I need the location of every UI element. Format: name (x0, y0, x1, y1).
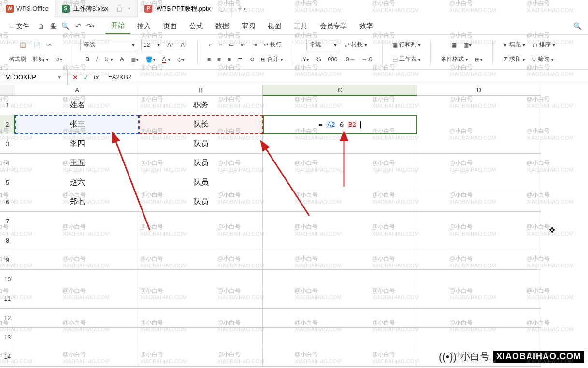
menu-formula[interactable]: 公式 (184, 19, 209, 33)
menu-data[interactable]: 数据 (210, 19, 235, 33)
cell-A14[interactable] (15, 347, 139, 367)
format-table-icon[interactable]: ▦ (449, 41, 459, 49)
cell-B1[interactable]: 职务 (139, 96, 263, 115)
fx-icon[interactable]: fx (94, 74, 99, 81)
row-header-7[interactable]: 7 (0, 212, 15, 231)
cell-D8[interactable] (417, 231, 541, 250)
cond-format-button[interactable]: 条件格式▾ (439, 54, 470, 64)
cell-styles-icon[interactable]: ▥▾ (461, 41, 473, 49)
cell-A8[interactable] (15, 231, 139, 250)
convert-button[interactable]: ⇄ 转换▾ (343, 40, 369, 50)
menu-page[interactable]: 页面 (158, 19, 183, 33)
currency-icon[interactable]: ¥▾ (301, 55, 311, 64)
cell-C7[interactable] (263, 212, 417, 231)
font-size-select[interactable]: 12▾ (141, 39, 162, 51)
cell-B12[interactable] (139, 309, 263, 328)
increase-decimal-icon[interactable]: .0→ (342, 55, 357, 64)
cell-C4[interactable] (263, 154, 417, 173)
font-name-select[interactable]: 等线▾ (80, 39, 138, 51)
row-header-10[interactable]: 10 (0, 270, 15, 289)
cell-C5[interactable] (263, 173, 417, 192)
row-header-4[interactable]: 4 (0, 154, 15, 173)
sum-button[interactable]: Σ 求和▾ (502, 54, 527, 64)
search-icon[interactable]: 🔍 (572, 20, 583, 32)
cell-C6[interactable] (263, 192, 417, 212)
decrease-decimal-icon[interactable]: ←.0 (359, 55, 374, 64)
align-right-icon[interactable]: ≡ (226, 55, 233, 64)
strike-icon[interactable]: A̶ (118, 55, 126, 64)
cell-D11[interactable] (417, 289, 541, 309)
cell-D5[interactable] (417, 173, 541, 192)
highlight-icon[interactable]: ◇▾ (175, 55, 186, 64)
cell-D13[interactable] (417, 328, 541, 347)
new-tab-button[interactable]: +▾ (232, 0, 251, 17)
cell-B5[interactable]: 队员 (139, 173, 263, 192)
row-header-2[interactable]: 2 (0, 115, 15, 134)
italic-icon[interactable]: I (94, 55, 100, 64)
increase-font-icon[interactable]: A⁺ (165, 41, 176, 49)
align-center-icon[interactable]: ≡ (215, 55, 223, 64)
menu-tools[interactable]: 工具 (288, 19, 313, 33)
cell-B2[interactable]: 队长 (139, 115, 263, 134)
wrap-text-button[interactable]: ↵ 换行 (262, 40, 284, 50)
col-header-A[interactable]: A (15, 85, 139, 96)
cell-A2[interactable]: 张三 (15, 115, 139, 134)
cell-A4[interactable]: 王五 (15, 154, 139, 173)
formula-accept-icon[interactable]: ✓ (83, 74, 89, 81)
increase-indent-icon[interactable]: ⇥ (250, 41, 259, 49)
cell-A3[interactable]: 李四 (15, 134, 139, 154)
menu-insert[interactable]: 插入 (131, 19, 157, 33)
font-color-icon[interactable]: A▾ (160, 55, 172, 64)
cell-D7[interactable] (417, 212, 541, 231)
tab-close-icon[interactable]: • (128, 5, 130, 12)
number-format-select[interactable]: 常规▾ (306, 39, 340, 51)
cell-C3[interactable] (263, 134, 417, 154)
cell-B11[interactable] (139, 289, 263, 309)
cell-B10[interactable] (139, 270, 263, 289)
row-header-1[interactable]: 1 (0, 96, 15, 115)
formula-cancel-icon[interactable]: ✕ (72, 74, 78, 81)
select-all-corner[interactable] (0, 85, 15, 96)
filter-button[interactable]: ▽ 筛选▾ (530, 54, 556, 64)
cell-C11[interactable] (263, 289, 417, 309)
align-top-icon[interactable]: ⌐ (207, 41, 214, 49)
copy-icon[interactable]: ⧉▾ (54, 55, 64, 64)
cell-A13[interactable] (15, 328, 139, 347)
paste-button[interactable]: 粘贴▾ (31, 54, 51, 64)
undo-icon[interactable]: ↶ (72, 20, 84, 32)
fill-button[interactable]: ▼ 填充▾ (501, 40, 528, 50)
format-painter-button[interactable]: 格式刷 (7, 54, 28, 64)
cell-C14[interactable] (263, 347, 417, 367)
sort-button[interactable]: ↓↑ 排序▾ (530, 40, 557, 50)
merge-button[interactable]: ⊞ 合并▾ (259, 54, 285, 64)
clipboard-icon[interactable]: 📋 (17, 41, 29, 49)
comma-icon[interactable]: 000 (326, 55, 339, 64)
cell-A12[interactable] (15, 309, 139, 328)
cell-B8[interactable] (139, 231, 263, 250)
align-bottom-icon[interactable]: ⌙ (227, 41, 236, 49)
cell-B4[interactable]: 队员 (139, 154, 263, 173)
fill-color-icon[interactable]: 🪣▾ (143, 55, 158, 64)
name-box[interactable]: VLOOKUP ▾ (0, 70, 68, 85)
preview-icon[interactable]: 🔍 (60, 20, 72, 32)
cell-A11[interactable] (15, 289, 139, 309)
cell-D4[interactable] (417, 154, 541, 173)
document-tab-workbook[interactable]: S 工作簿3.xlsx ▢ • (55, 0, 137, 17)
cell-A10[interactable] (15, 270, 139, 289)
align-middle-icon[interactable]: ≡ (217, 41, 224, 49)
row-header-11[interactable]: 11 (0, 289, 15, 309)
cell-A6[interactable]: 郑七 (15, 192, 139, 212)
row-header-8[interactable]: 8 (0, 231, 15, 250)
row-header-14[interactable]: 14 (0, 347, 15, 367)
cell-A1[interactable]: 姓名 (15, 96, 139, 115)
decrease-font-icon[interactable]: A⁻ (179, 41, 189, 49)
cell-B6[interactable]: 队员 (139, 192, 263, 212)
cell-D12[interactable] (417, 309, 541, 328)
orientation-icon[interactable]: ⟲ (247, 55, 256, 64)
menu-review[interactable]: 审阅 (236, 19, 261, 33)
cell-C1[interactable] (263, 96, 417, 115)
col-header-B[interactable]: B (139, 85, 263, 96)
border-icon[interactable]: ▦▾ (129, 55, 141, 64)
tab-restore-icon[interactable]: ▢ (117, 5, 122, 12)
cell-C10[interactable] (263, 270, 417, 289)
